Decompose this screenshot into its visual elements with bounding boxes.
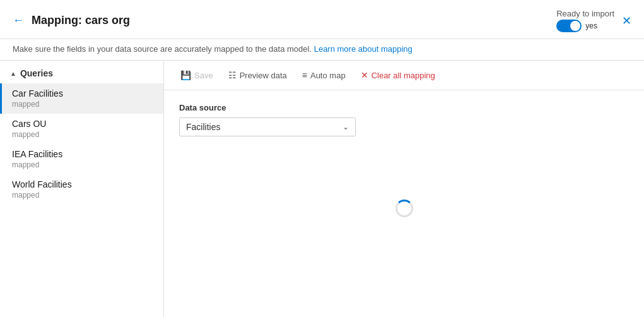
toggle-yes-label: yes (585, 21, 597, 30)
sidebar-item-status: mapped (12, 130, 153, 139)
header-right: Ready to import yes ✕ (556, 9, 631, 32)
sidebar-item-cars-ou[interactable]: Cars OU mapped (0, 114, 163, 144)
sidebar-item-car-facilities[interactable]: Car Facilities mapped (0, 83, 163, 114)
toggle-row: yes (556, 20, 614, 32)
sidebar-item-status: mapped (12, 100, 153, 109)
sidebar-item-iea-facilities[interactable]: IEA Facilities mapped (0, 144, 163, 174)
subtitle-bar: Make sure the fields in your data source… (0, 39, 644, 61)
sidebar: ▲ Queries Car Facilities mapped Cars OU … (0, 61, 164, 317)
chevron-down-icon: ▲ (10, 70, 16, 77)
sidebar-item-name: World Facilities (12, 179, 153, 189)
automap-icon: ≡ (302, 70, 307, 80)
learn-more-link[interactable]: Learn more about mapping (314, 44, 413, 54)
data-source-select[interactable]: Facilities ⌄ (179, 117, 356, 136)
close-button[interactable]: ✕ (622, 14, 631, 28)
toolbar: 💾 Save ☷ Preview data ≡ Auto map ✕ Clear… (164, 61, 644, 90)
sidebar-item-name: Cars OU (12, 119, 153, 129)
sidebar-item-status: mapped (12, 191, 153, 200)
preview-data-button[interactable]: ☷ Preview data (222, 67, 293, 83)
automap-label: Auto map (310, 71, 346, 80)
sidebar-item-status: mapped (12, 160, 153, 169)
queries-section-label: Queries (20, 68, 53, 78)
save-icon: 💾 (180, 70, 191, 80)
sidebar-item-world-facilities[interactable]: World Facilities mapped (0, 174, 163, 205)
content-area: 💾 Save ☷ Preview data ≡ Auto map ✕ Clear… (164, 61, 644, 317)
page-title: Mapping: cars org (32, 14, 130, 27)
clear-icon: ✕ (361, 70, 368, 80)
save-label: Save (194, 71, 213, 80)
select-value: Facilities (186, 122, 220, 132)
back-button[interactable]: ← (13, 14, 24, 27)
loading-spinner (395, 200, 413, 217)
data-source-area: Data source Facilities ⌄ (164, 90, 644, 149)
import-toggle[interactable] (556, 20, 582, 32)
main-area: ▲ Queries Car Facilities mapped Cars OU … (0, 61, 644, 317)
queries-section-header[interactable]: ▲ Queries (0, 61, 163, 83)
preview-icon: ☷ (228, 70, 237, 80)
chevron-down-icon: ⌄ (342, 123, 349, 131)
ready-to-import: Ready to import yes (556, 9, 614, 32)
subtitle-text: Make sure the fields in your data source… (13, 44, 312, 54)
preview-label: Preview data (240, 71, 287, 80)
sidebar-item-name: IEA Facilities (12, 149, 153, 159)
clear-label: Clear all mapping (372, 71, 435, 80)
ready-label: Ready to import (556, 9, 614, 18)
loading-area (164, 149, 644, 268)
auto-map-button[interactable]: ≡ Auto map (296, 67, 352, 83)
header-left: ← Mapping: cars org (13, 14, 130, 27)
app-container: ← Mapping: cars org Ready to import yes … (0, 0, 644, 317)
data-source-label: Data source (179, 103, 629, 112)
save-button[interactable]: 💾 Save (174, 67, 220, 83)
clear-all-mapping-button[interactable]: ✕ Clear all mapping (354, 67, 442, 83)
sidebar-item-name: Car Facilities (12, 88, 153, 99)
header: ← Mapping: cars org Ready to import yes … (0, 0, 644, 39)
